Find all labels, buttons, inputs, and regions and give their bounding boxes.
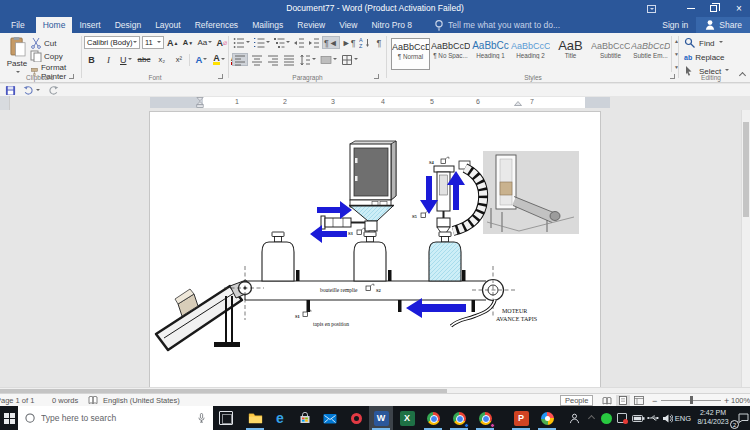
tab-mailings[interactable]: Mailings	[245, 17, 290, 33]
style-no-spacing[interactable]: AaBbCcDc¶ No Spac...	[431, 38, 470, 70]
style-normal[interactable]: AaBbCcDc¶ Normal	[391, 38, 430, 70]
zoom-in-button[interactable]: +	[724, 396, 729, 406]
taskbar-app-chrome-profile-2[interactable]	[473, 406, 497, 430]
page-indicator[interactable]: Page 1 of 1	[0, 396, 34, 405]
change-case-button[interactable]: Aa	[196, 36, 213, 49]
styles-dialog-launcher[interactable]	[670, 74, 675, 79]
tray-battery[interactable]	[630, 406, 646, 430]
taskbar-app-powerpoint[interactable]: P	[509, 406, 533, 430]
style-subtitle[interactable]: AaBbCcCSubtitle	[591, 38, 630, 70]
font-family-combo[interactable]: Calibri (Body)	[84, 36, 140, 49]
strikethrough-button[interactable]: abc	[137, 53, 152, 66]
web-layout-button[interactable]	[632, 395, 646, 406]
replace-button[interactable]: ab Replace	[684, 51, 725, 63]
task-view-button[interactable]	[219, 411, 233, 425]
paste-button[interactable]: Paste	[4, 36, 30, 77]
zoom-out-button[interactable]: −	[652, 396, 657, 406]
tray-alert-app[interactable]	[614, 406, 630, 430]
taskbar-app-chrome-profile-1[interactable]	[447, 406, 471, 430]
subscript-button[interactable]: x₂	[155, 53, 168, 66]
find-button[interactable]: Find	[684, 37, 723, 49]
tab-file[interactable]: File	[0, 17, 36, 33]
indent-marker-left[interactable]	[196, 97, 204, 108]
style-heading-1[interactable]: AaBbCcHeading 1	[471, 38, 510, 70]
style-subtle-emphasis[interactable]: AaBbCcDaSubtle Em...	[631, 38, 670, 70]
tray-people-button[interactable]	[566, 406, 582, 430]
tray-usb[interactable]	[646, 406, 660, 430]
indent-marker-right[interactable]	[514, 101, 522, 108]
align-right-button[interactable]	[266, 53, 280, 66]
align-center-button[interactable]	[250, 53, 264, 66]
taskbar-app-word[interactable]: W	[369, 406, 393, 430]
tab-review[interactable]: Review	[290, 17, 332, 33]
left-to-right-button[interactable]: ¶◄	[322, 36, 340, 49]
ribbon-display-options-button[interactable]	[640, 0, 662, 17]
language-indicator[interactable]: English (United States)	[103, 396, 180, 405]
restore-button[interactable]	[702, 0, 724, 17]
tab-home[interactable]: Home	[36, 17, 73, 33]
numbering-button[interactable]	[252, 36, 271, 49]
tab-insert[interactable]: Insert	[72, 17, 107, 33]
action-center-button[interactable]: 2	[736, 406, 750, 430]
styles-gallery-scroll[interactable]: ▲ ▼ ▼	[671, 36, 681, 72]
taskbar-app-store[interactable]	[293, 406, 317, 430]
grow-font-button[interactable]: A▲	[166, 36, 179, 49]
taskbar-app-design[interactable]	[535, 406, 559, 430]
tab-references[interactable]: References	[188, 17, 245, 33]
bullets-button[interactable]	[232, 36, 251, 49]
share-button[interactable]: Share	[696, 17, 750, 33]
underline-button[interactable]: U	[119, 53, 133, 66]
vertical-scrollbar-thumb[interactable]	[743, 122, 749, 217]
people-button[interactable]: People	[560, 395, 593, 406]
sort-button[interactable]: AZ	[358, 36, 372, 49]
tab-view[interactable]: View	[332, 17, 364, 33]
word-count[interactable]: 0 words	[52, 396, 78, 405]
italic-button[interactable]: I	[102, 53, 115, 66]
taskbar-app-excel[interactable]: X	[395, 406, 419, 430]
copy-button[interactable]: Copy	[30, 50, 63, 62]
highlight-color-button[interactable]: A	[212, 53, 226, 66]
paragraph-dialog-launcher[interactable]	[374, 74, 379, 79]
search-input[interactable]	[41, 413, 197, 423]
tab-nitro-pro[interactable]: Nitro Pro 8	[364, 17, 419, 33]
borders-button[interactable]	[340, 53, 359, 66]
bold-button[interactable]: B	[85, 53, 98, 66]
read-mode-button[interactable]	[600, 395, 614, 406]
cut-button[interactable]: Cut	[30, 37, 56, 49]
increase-indent-button[interactable]	[307, 36, 321, 49]
print-layout-button[interactable]	[616, 395, 630, 406]
save-button[interactable]	[5, 85, 16, 96]
microphone-icon[interactable]	[197, 412, 206, 424]
tray-volume[interactable]	[660, 406, 675, 430]
text-effects-button[interactable]: A	[194, 53, 208, 66]
tab-layout[interactable]: Layout	[148, 17, 188, 33]
minimize-button[interactable]	[680, 0, 702, 17]
sign-in-button[interactable]: Sign in	[654, 17, 696, 33]
justify-button[interactable]	[282, 53, 296, 66]
tell-me-box[interactable]: Tell me what you want to do...	[433, 17, 560, 33]
taskbar-app-opera[interactable]	[344, 406, 368, 430]
font-dialog-launcher[interactable]	[218, 74, 223, 79]
superscript-button[interactable]: x²	[172, 53, 185, 66]
taskbar-app-mail[interactable]	[318, 406, 342, 430]
multilevel-list-button[interactable]	[272, 36, 291, 49]
proofing-icon[interactable]	[88, 396, 98, 405]
style-title[interactable]: AaBTitle	[551, 38, 590, 70]
font-size-combo[interactable]: 11	[142, 36, 164, 49]
show-paragraph-marks-button[interactable]: ¶	[373, 36, 386, 49]
vertical-scrollbar[interactable]	[741, 110, 750, 387]
tray-green-app[interactable]	[598, 406, 614, 430]
clear-formatting-button[interactable]: A⌀	[215, 36, 228, 49]
close-button[interactable]: ×	[728, 0, 750, 17]
taskbar-search[interactable]	[18, 406, 213, 430]
style-heading-2[interactable]: AaBbCcCHeading 2	[511, 38, 550, 70]
taskbar-app-edge[interactable]: e	[268, 406, 292, 430]
tray-show-hidden-button[interactable]	[584, 406, 598, 430]
zoom-slider-thumb[interactable]	[690, 396, 693, 404]
align-left-button[interactable]	[232, 53, 248, 66]
start-button[interactable]	[0, 406, 18, 430]
clipboard-dialog-launcher[interactable]	[69, 74, 74, 79]
shrink-font-button[interactable]: A▼	[181, 36, 194, 49]
tab-design[interactable]: Design	[108, 17, 148, 33]
shading-button[interactable]	[319, 53, 338, 66]
